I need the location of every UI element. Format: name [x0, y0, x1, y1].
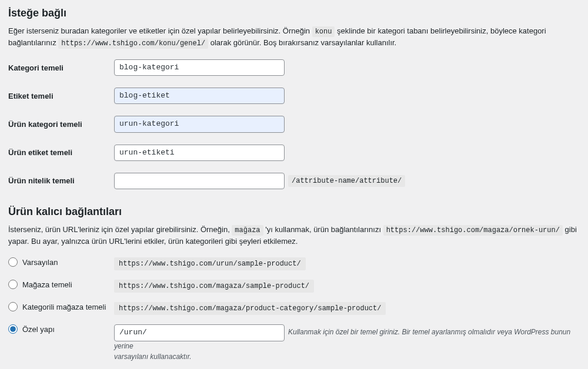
category-base-input[interactable]: [114, 59, 285, 76]
permalink-custom-radio[interactable]: [8, 324, 18, 334]
category-base-row: Kategori temeli: [8, 59, 580, 76]
permalink-shop-label[interactable]: Mağaza temeli: [22, 280, 72, 289]
tag-base-input[interactable]: [114, 88, 285, 104]
permalink-custom-row: Özel yapı Kullanmak için özel bir temel …: [8, 324, 580, 360]
permalink-shop-cat-row: Kategorili mağaza temeli https://www.tsh…: [8, 302, 580, 315]
category-base-label: Kategori temeli: [8, 63, 114, 72]
tag-base-row: Etiket temeli: [8, 88, 580, 104]
example-code-shop-url: https://www.tshigo.com/magaza/ornek-urun…: [383, 225, 563, 236]
permalink-custom-input[interactable]: [114, 324, 285, 341]
permalink-default-radio[interactable]: [8, 257, 18, 267]
optional-heading: İsteğe bağlı: [8, 7, 580, 19]
tag-base-label: Etiket temeli: [8, 92, 114, 100]
attribute-suffix: /attribute-name/attribute/: [288, 175, 405, 187]
permalinks-heading: Ürün kalıcı bağlantıları: [8, 206, 580, 218]
permalink-default-example: https://www.tshigo.com/urun/sample-produ…: [114, 257, 306, 270]
product-attribute-base-label: Ürün nitelik temeli: [8, 176, 114, 185]
example-code-url: https://www.tshigo.com/konu/genel/: [58, 38, 208, 49]
product-tag-base-input[interactable]: [114, 145, 285, 161]
permalink-shop-radio[interactable]: [8, 280, 18, 289]
product-category-base-row: Ürün kategori temeli: [8, 116, 580, 132]
product-attribute-base-row: Ürün nitelik temeli /attribute-name/attr…: [8, 173, 580, 189]
permalink-shop-cat-label[interactable]: Kategorili mağaza temeli: [22, 303, 106, 311]
permalink-custom-hint2: varsayılanı kullanacaktır.: [114, 353, 580, 361]
product-tag-base-row: Ürün etiket temeli: [8, 145, 580, 161]
optional-description: Eğer isterseniz buradan kategoriler ve e…: [8, 25, 580, 49]
permalink-default-row: Varsayılan https://www.tshigo.com/urun/s…: [8, 257, 580, 270]
product-tag-base-label: Ürün etiket temeli: [8, 148, 114, 157]
permalinks-description: İsterseniz, ürün URL'leriniz için özel y…: [8, 224, 580, 247]
permalink-shop-row: Mağaza temeli https://www.tshigo.com/mag…: [8, 280, 580, 293]
product-attribute-base-input[interactable]: [114, 173, 285, 189]
permalink-shop-cat-radio[interactable]: [8, 302, 18, 311]
example-code-topic: konu: [312, 26, 335, 37]
permalink-default-label[interactable]: Varsayılan: [22, 258, 58, 267]
product-category-base-label: Ürün kategori temeli: [8, 120, 114, 129]
product-category-base-input[interactable]: [114, 116, 285, 132]
permalink-shop-example: https://www.tshigo.com/magaza/sample-pro…: [114, 280, 314, 293]
permalink-shop-cat-example: https://www.tshigo.com/magaza/product-ca…: [114, 302, 386, 315]
example-code-shop: mağaza: [232, 225, 263, 236]
permalink-custom-label[interactable]: Özel yapı: [22, 325, 55, 334]
